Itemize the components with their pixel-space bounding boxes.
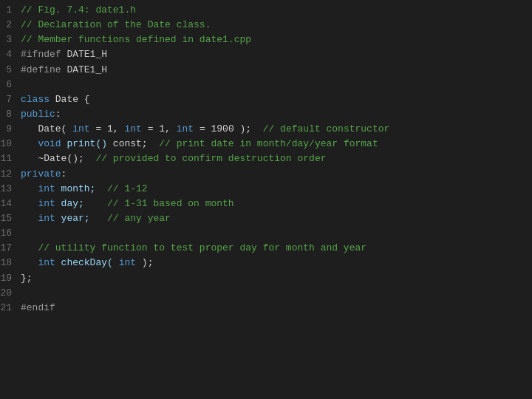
token-comment: // default constructor <box>251 123 389 134</box>
token-operator: = 1, <box>90 123 125 134</box>
token-comment: // 1-12 <box>95 183 147 194</box>
line-content: #endif <box>21 301 55 316</box>
code-line: 10 void print() const; // print date in … <box>0 137 532 151</box>
token-punctuation: Date( <box>21 123 66 134</box>
token-identifier: month; <box>55 183 96 194</box>
line-content <box>21 286 27 301</box>
token-punctuation: Date { <box>50 94 90 105</box>
token-keyword: int <box>113 257 136 268</box>
line-number: 7 <box>0 92 21 107</box>
token-punctuation: const; <box>107 138 148 149</box>
code-line: 12private: <box>0 167 532 182</box>
line-content: class Date { <box>21 92 90 107</box>
token-comment: // any year <box>90 213 171 224</box>
line-content: int checkDay( int ); <box>21 256 153 270</box>
token-macro: DATE1_H <box>61 64 107 75</box>
code-line: 21#endif <box>0 301 532 316</box>
token-comment: // utility function to test proper day f… <box>21 242 366 253</box>
token-keyword: int <box>21 183 55 194</box>
line-content: public: <box>21 107 61 122</box>
token-keyword: int <box>21 198 55 209</box>
code-line: 16 <box>0 226 532 241</box>
line-number: 10 <box>0 137 21 151</box>
line-number: 19 <box>0 271 21 286</box>
token-punctuation: ~Date(); <box>21 153 84 164</box>
code-line: 4#ifndef DATE1_H <box>0 47 532 62</box>
line-number: 2 <box>0 18 21 33</box>
line-number: 13 <box>0 182 21 197</box>
token-keyword: int <box>21 213 55 224</box>
token-keyword: int <box>66 123 89 134</box>
token-macro-kw: #ifndef <box>21 49 61 60</box>
line-content <box>21 78 27 92</box>
line-number: 9 <box>0 122 21 137</box>
line-number: 4 <box>0 47 21 62</box>
token-comment: // Declaration of the Date class. <box>21 19 211 30</box>
code-line: 1// Fig. 7.4: date1.h <box>0 3 532 18</box>
token-punctuation: }; <box>21 273 33 284</box>
code-line: 2// Declaration of the Date class. <box>0 18 532 33</box>
token-identifier: day; <box>55 198 84 209</box>
line-content: int day; // 1-31 based on month <box>21 197 234 211</box>
token-punctuation: ); <box>136 257 153 268</box>
token-keyword: public <box>21 109 55 120</box>
code-line: 9 Date( int = 1, int = 1, int = 1900 ); … <box>0 122 532 137</box>
code-line: 18 int checkDay( int ); <box>0 256 532 270</box>
line-number: 6 <box>0 78 21 92</box>
line-content: // Declaration of the Date class. <box>21 18 211 33</box>
token-comment: // Fig. 7.4: date1.h <box>21 4 136 16</box>
token-keyword: void <box>21 138 61 149</box>
line-content <box>21 226 27 241</box>
token-keyword: int <box>21 257 55 268</box>
token-macro-kw: #endif <box>21 302 55 313</box>
code-line: 3// Member functions defined in date1.cp… <box>0 33 532 47</box>
token-punctuation: = 1900 ); <box>194 123 251 134</box>
code-line: 13 int month; // 1-12 <box>0 182 532 197</box>
token-comment: // provided to confirm destruction order <box>84 153 327 164</box>
token-comment: // print date in month/day/year format <box>148 138 378 149</box>
line-content: void print() const; // print date in mon… <box>21 137 378 151</box>
token-punctuation: : <box>55 109 61 120</box>
token-comment: // 1-31 based on month <box>84 198 234 209</box>
token-macro-kw: #define <box>21 64 61 75</box>
line-number: 12 <box>0 167 21 182</box>
code-container: 1// Fig. 7.4: date1.h2// Declaration of … <box>0 0 532 399</box>
token-identifier: print() <box>61 138 107 149</box>
line-content: ~Date(); // provided to confirm destruct… <box>21 151 326 166</box>
token-keyword: class <box>21 94 50 105</box>
line-content: #ifndef DATE1_H <box>21 47 107 62</box>
line-number: 16 <box>0 226 21 241</box>
line-number: 21 <box>0 301 21 316</box>
line-number: 5 <box>0 63 21 78</box>
line-content: }; <box>21 271 33 286</box>
token-keyword: int <box>177 123 194 134</box>
line-content: Date( int = 1, int = 1, int = 1900 ); //… <box>21 122 389 137</box>
token-macro: DATE1_H <box>61 49 107 60</box>
code-line: 14 int day; // 1-31 based on month <box>0 197 532 211</box>
code-line: 20 <box>0 286 532 301</box>
token-identifier: checkDay( <box>55 257 113 268</box>
line-number: 20 <box>0 286 21 301</box>
line-content: #define DATE1_H <box>21 63 107 78</box>
line-content: private: <box>21 167 66 182</box>
token-keyword: private <box>21 168 61 180</box>
line-number: 17 <box>0 241 21 256</box>
line-content: // utility function to test proper day f… <box>21 241 366 256</box>
code-line: 17 // utility function to test proper da… <box>0 241 532 256</box>
code-line: 15 int year; // any year <box>0 211 532 226</box>
token-identifier: year; <box>55 213 90 224</box>
code-line: 8public: <box>0 107 532 122</box>
line-number: 18 <box>0 256 21 270</box>
line-content: int year; // any year <box>21 211 171 226</box>
line-number: 3 <box>0 33 21 47</box>
line-number: 14 <box>0 197 21 211</box>
line-content: // Member functions defined in date1.cpp <box>21 33 251 47</box>
code-line: 19}; <box>0 271 532 286</box>
line-number: 15 <box>0 211 21 226</box>
token-keyword: int <box>124 123 141 134</box>
line-number: 11 <box>0 151 21 166</box>
line-number: 1 <box>0 3 21 18</box>
code-line: 11 ~Date(); // provided to confirm destr… <box>0 151 532 166</box>
token-punctuation: : <box>61 168 67 180</box>
token-operator: = 1, <box>142 123 177 134</box>
